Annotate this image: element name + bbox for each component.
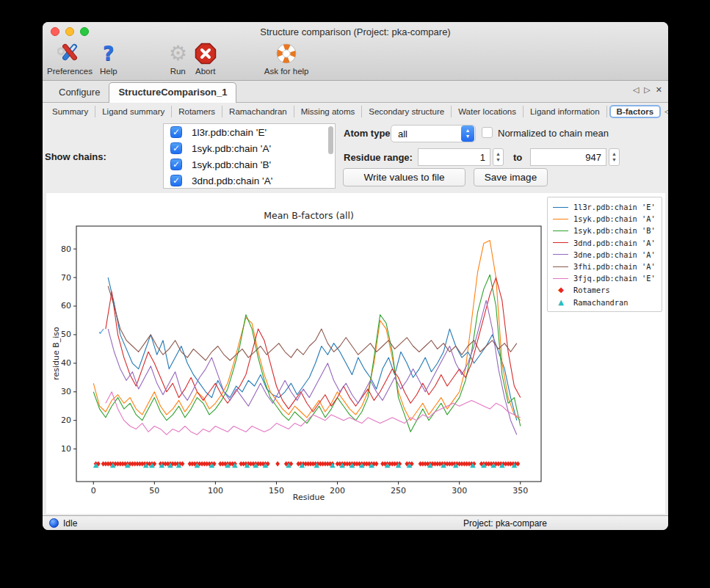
- chain-list-item[interactable]: ✓3dnd.pdb:chain 'A': [164, 173, 335, 189]
- subtab-scroll-left-icon[interactable]: ◁: [664, 107, 668, 115]
- legend-item: 3fhi.pdb:chain 'A': [553, 261, 657, 272]
- title-bar[interactable]: Structure comparison (Project: pka-compa…: [43, 22, 668, 41]
- legend-label: 1l3r.pdb:chain 'E': [573, 203, 656, 211]
- triangle-marker-icon: ▲: [558, 299, 564, 306]
- legend-label: 1syk.pdb:chain 'B': [573, 226, 656, 235]
- atom-type-select[interactable]: all ▲▼: [391, 125, 476, 142]
- chain-list-item[interactable]: ✓1syk.pdb:chain 'A': [164, 140, 335, 156]
- legend-label: 3dne.pdb:chain 'A': [573, 250, 656, 259]
- abort-button[interactable]: Abort: [195, 41, 217, 76]
- svg-text:40: 40: [61, 358, 71, 368]
- legend-line-swatch: [553, 231, 568, 231]
- chain-label: 1syk.pdb:chain 'B': [192, 159, 271, 170]
- range-to-input[interactable]: 947: [530, 148, 606, 166]
- toolbar: Preferences ? Help ⚙ Run Abort: [43, 41, 668, 76]
- select-stepper-icon: ▲▼: [461, 126, 474, 142]
- legend-item: 1syk.pdb:chain 'B': [553, 225, 657, 236]
- subtab-b-factors[interactable]: B-factors: [609, 105, 661, 118]
- legend-item: 1syk.pdb:chain 'A': [553, 213, 657, 225]
- svg-text:60: 60: [61, 301, 71, 311]
- atom-type-label: Atom type:: [344, 128, 394, 139]
- abort-label: Abort: [195, 67, 216, 76]
- ask-for-help-button[interactable]: Ask for help: [264, 41, 309, 76]
- chart-xlabel: Residue: [76, 493, 541, 502]
- status-project: Project: pka-compare: [463, 518, 547, 529]
- svg-text:20: 20: [61, 415, 71, 425]
- lifebuoy-icon: [275, 41, 297, 66]
- legend-line-swatch: [553, 266, 568, 267]
- preferences-button[interactable]: Preferences: [47, 41, 93, 76]
- legend-label: 3fjq.pdb:chain 'E': [573, 274, 656, 283]
- chart-ylabel: residue B_iso: [51, 324, 61, 383]
- save-image-button[interactable]: Save image: [474, 168, 548, 186]
- legend-item: 1l3r.pdb:chain 'E': [553, 201, 657, 213]
- range-from-stepper[interactable]: ▲▼: [493, 148, 504, 166]
- write-values-button[interactable]: Write values to file: [343, 168, 466, 186]
- normalized-checkbox[interactable]: [482, 127, 493, 138]
- subtab-secondary-structure[interactable]: Secondary structure: [362, 106, 452, 117]
- atom-type-value: all: [391, 128, 461, 139]
- subtab-bar: SummaryLigand summaryRotamersRamachandra…: [43, 103, 668, 120]
- chain-checkbox[interactable]: ✓: [170, 142, 182, 154]
- svg-text:80: 80: [61, 244, 71, 254]
- status-bar: Idle Project: pka-compare: [43, 515, 668, 530]
- window-title: Structure comparison (Project: pka-compa…: [43, 26, 668, 37]
- chain-checkbox[interactable]: ✓: [170, 126, 182, 138]
- legend-item: ◆Rotamers: [553, 284, 657, 296]
- chain-list[interactable]: ✓1l3r.pdb:chain 'E'✓1syk.pdb:chain 'A'✓1…: [163, 123, 336, 189]
- question-icon: ?: [103, 41, 115, 66]
- tab-configure[interactable]: Configure: [50, 83, 109, 102]
- residue-range-label: Residue range:: [344, 152, 413, 163]
- chain-label: 1syk.pdb:chain 'A': [192, 143, 271, 154]
- legend-label: 1syk.pdb:chain 'A': [573, 214, 656, 223]
- chain-checkbox[interactable]: ✓: [170, 175, 182, 186]
- legend-line-swatch: [553, 254, 568, 255]
- chart-title: Mean B-factors (all): [76, 210, 541, 221]
- subtab-summary[interactable]: Summary: [46, 106, 95, 117]
- show-chains-label: Show chains:: [45, 151, 106, 162]
- run-label: Run: [170, 67, 186, 76]
- run-button[interactable]: ⚙ Run: [169, 41, 187, 76]
- subtab-ligand-information[interactable]: Ligand information: [524, 106, 607, 117]
- chain-list-scrollbar[interactable]: [328, 126, 333, 154]
- subtab-rotamers[interactable]: Rotamers: [172, 106, 222, 117]
- help-button[interactable]: ? Help: [100, 41, 117, 76]
- range-from-input[interactable]: 1: [418, 148, 490, 166]
- help-label: Help: [100, 67, 117, 76]
- legend-line-swatch: [553, 278, 568, 279]
- range-to-stepper[interactable]: ▲▼: [609, 148, 620, 166]
- series-3dne-pdb-chain-A-: [108, 300, 517, 435]
- legend-label: 3fhi.pdb:chain 'A': [573, 262, 656, 271]
- subtab-water-locations[interactable]: Water locations: [452, 106, 524, 117]
- chart-legend: 1l3r.pdb:chain 'E'1syk.pdb:chain 'A'1syk…: [547, 197, 662, 312]
- chain-list-item[interactable]: ✓1l3r.pdb:chain 'E': [164, 124, 335, 140]
- controls-panel: Show chains: ✓1l3r.pdb:chain 'E'✓1syk.pd…: [43, 120, 668, 193]
- legend-label: Ramachandran: [573, 298, 628, 307]
- chain-list-item[interactable]: ✓1syk.pdb:chain 'B': [164, 156, 335, 173]
- legend-item: ▲Ramachandran: [553, 297, 657, 308]
- range-to-word: to: [513, 152, 522, 163]
- bfactor-chart-panel: 0501001502002503003501020304050607080✓ M…: [46, 193, 665, 514]
- chain-checkbox[interactable]: ✓: [170, 159, 182, 170]
- tab-scroll-left-icon[interactable]: ◁: [633, 85, 639, 95]
- legend-line-swatch: [553, 219, 568, 219]
- preferences-label: Preferences: [47, 67, 93, 76]
- subtab-ligand-summary[interactable]: Ligand summary: [95, 106, 172, 117]
- chain-label: 3dnd.pdb:chain 'A': [192, 175, 272, 186]
- tools-icon: [57, 41, 82, 66]
- tab-structurecomparison-1[interactable]: StructureComparison_1: [109, 82, 236, 103]
- subtab-ramachandran[interactable]: Ramachandran: [222, 106, 294, 117]
- series-3dnd-pdb-chain-A-: [106, 277, 521, 412]
- normalized-label: Normalized to chain mean: [498, 128, 609, 139]
- tab-bar: Configure StructureComparison_1 ◁ ▷ ✕: [43, 81, 668, 103]
- svg-text:30: 30: [61, 387, 71, 396]
- legend-item: 3dne.pdb:chain 'A': [553, 249, 657, 261]
- series-1syk-pdb-chain-A-: [93, 241, 521, 421]
- subtab-missing-atoms[interactable]: Missing atoms: [294, 106, 363, 117]
- tab-close-icon[interactable]: ✕: [656, 85, 662, 95]
- gear-icon: ⚙: [169, 41, 187, 66]
- status-text: Idle: [63, 518, 77, 529]
- window-header: Structure comparison (Project: pka-compa…: [43, 22, 668, 81]
- tab-scroll-right-icon[interactable]: ▷: [644, 85, 650, 95]
- chain-label: 1l3r.pdb:chain 'E': [192, 127, 267, 138]
